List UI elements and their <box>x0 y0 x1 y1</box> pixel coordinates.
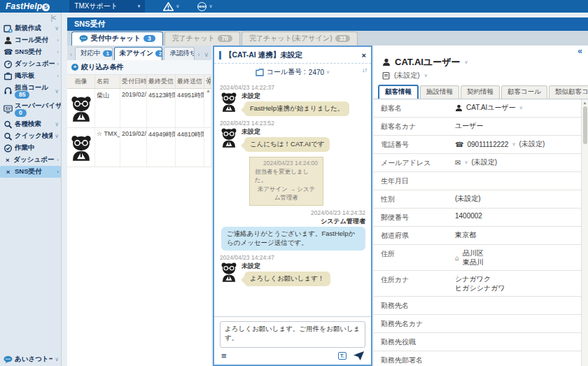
close-icon[interactable]: × <box>4 168 13 176</box>
filter-conditions[interactable]: + 絞り込み条件 <box>67 60 211 75</box>
message-bubble: ご連絡ありがとうございます。FastHelpからのメッセージ送信です。 <box>221 227 365 251</box>
field-row-address-kana[interactable]: 住所カナ シナガワクヒガシシナガワ <box>374 271 581 297</box>
chevron-right-icon: › <box>57 37 59 43</box>
chevron-right-icon: › <box>57 157 59 163</box>
field-row-customer-name[interactable]: 顧客名 CAT.AIユーザー ∨ <box>374 99 581 118</box>
sidebar-item-quick-search[interactable]: クイック検索 ∨ <box>0 130 61 142</box>
field-row-workplace-title[interactable]: 勤務先役職 <box>374 333 581 351</box>
headset-icon <box>4 87 13 95</box>
subtab-unassigned[interactable]: 未アサイン 2 <box>114 47 163 60</box>
chat-list-panel: ‹ 対応中 1 未アサイン 2 承認待ち › ∨ <box>67 45 211 366</box>
column-settings-gear-icon[interactable] <box>204 75 211 88</box>
phone-icon: ☎ <box>4 48 13 56</box>
close-icon[interactable]: × <box>4 156 11 164</box>
arrow-icon: → <box>289 185 295 192</box>
message-composer: よろしくお願いします。ご用件をお願いします。 ≡ T. <box>214 316 371 365</box>
send-icon[interactable] <box>354 351 364 360</box>
sidebar-item-sns-reception[interactable]: ☎ SNS受付 › <box>0 46 61 58</box>
sidebar-item-supervisor[interactable]: スーパーバイザ 0 ∨ <box>0 100 61 118</box>
subtab-scroll-left-icon[interactable]: ‹ <box>69 51 74 60</box>
field-row-workplace-kana[interactable]: 勤務先名カナ <box>374 315 581 333</box>
chevron-down-icon: ∨ <box>55 88 59 94</box>
chevron-down-icon[interactable]: ∨ <box>464 160 468 165</box>
logo-5-badge: 5 <box>42 3 50 11</box>
list-scroll-up-icon[interactable]: ▲ <box>206 88 211 93</box>
chat-message-input[interactable]: よろしくお願いします。ご用件をお願いします。 <box>220 321 365 348</box>
news-menu[interactable]: NEWS ∨ <box>197 2 212 11</box>
field-row-prefecture[interactable]: 都道府県 東京都 <box>374 227 581 245</box>
field-row-email[interactable]: メールアドレス ✉ ∨ (未設定) <box>374 154 581 172</box>
table-row[interactable]: ☆ TMX__T. 2019/02/2 44949時間7 44810時間5 <box>67 128 211 167</box>
subtab-responding[interactable]: 対応中 1 <box>75 47 113 60</box>
warning-icon <box>163 2 174 11</box>
chat-messages[interactable]: 2024/04/23 14:22:37 未設定 FastHelp連携が始まりまし… <box>214 79 371 316</box>
tab-customer-calls[interactable]: 顧客コール <box>501 85 547 99</box>
sidebar-item-assigned-calls[interactable]: 担当コール 85 ∨ <box>0 82 61 100</box>
sidebar-item-dashboard[interactable]: ダッシュボード › <box>0 58 61 70</box>
chevron-right-icon: › <box>57 73 59 79</box>
message-timestamp: 2024/04/23 14:23:52 <box>220 120 365 127</box>
field-row-customer-kana[interactable]: 顧客名カナ ユーザー <box>374 118 581 136</box>
person-icon <box>4 36 13 45</box>
board-icon <box>4 72 13 80</box>
tab-completed-chats[interactable]: 完了チャット 70 <box>164 31 240 45</box>
customer-secondary-select[interactable]: (未設定) ∨ <box>374 69 588 82</box>
tab-completed-unassigned-chats[interactable]: 完了チャット(未アサイン) 33 <box>241 31 358 45</box>
supervisor-count-badge: 0 <box>15 109 27 117</box>
scrollbar-thumb[interactable] <box>583 106 587 144</box>
subtab-awaiting-approval[interactable]: 承認待ち <box>164 47 195 60</box>
sidebar-collapse-icon[interactable]: |< <box>51 14 55 22</box>
chevron-down-icon[interactable]: ∨ <box>519 105 523 111</box>
chevron-down-icon[interactable]: ∨ <box>512 141 515 147</box>
panel-collapse-icon[interactable]: « <box>578 48 582 55</box>
page-title: SNS受付 <box>67 17 588 31</box>
table-row[interactable]: 柴山 2019/02/1 45123時間5 44951時間5 <box>67 89 211 128</box>
tab-count-badge: 70 <box>218 35 232 42</box>
alerts-menu[interactable]: ∨ <box>163 2 179 11</box>
tenant-select[interactable]: TMXサポート ▾ <box>69 0 145 13</box>
main-tabs: 受付中チャット 3 完了チャット 70 完了チャット(未アサイン) 33 <box>67 31 588 45</box>
sidebar-open-item-sns-reception[interactable]: × SNS受付 › <box>0 166 61 178</box>
field-row-workplace-department[interactable]: 勤務先部署名 <box>374 351 581 366</box>
avatar <box>220 92 238 112</box>
sidebar-item-various-search[interactable]: 各種検索 ∨ <box>0 118 61 130</box>
field-row-postal-code[interactable]: 郵便番号 1400002 <box>374 209 581 227</box>
tab-active-chats[interactable]: 受付中チャット 3 <box>71 31 163 45</box>
subtab-scroll-right-icon[interactable]: › <box>196 51 201 60</box>
field-row-gender[interactable]: 性別 (未設定) <box>374 190 581 209</box>
menu-icon[interactable]: ≡ <box>221 353 227 360</box>
tab-facility-info[interactable]: 施設情報 <box>420 85 459 99</box>
chevron-down-icon: ∨ <box>55 356 59 363</box>
chevron-down-icon: ∨ <box>55 133 59 139</box>
subtab-count-badge: 2 <box>155 50 162 57</box>
sidebar-item-bulletin-board[interactable]: 掲示板 › <box>0 70 61 82</box>
sidebar-open-item-dashboard[interactable]: × ダッシュボード › <box>0 154 61 166</box>
chevron-down-icon[interactable]: ∨ <box>465 59 468 65</box>
template-button[interactable]: T. <box>338 352 346 360</box>
top-bar: FastHelp5 TMXサポート ▾ ∨ NEWS ∨ <box>0 0 588 13</box>
tab-customer-info[interactable]: 顧客情報 <box>378 85 419 99</box>
sidebar-item-greeting-talk[interactable]: あいさつトーク ∨ <box>0 353 61 366</box>
customer-name: CAT.AIユーザー <box>395 56 461 69</box>
close-icon[interactable]: × <box>362 51 366 59</box>
tab-similar-customer-calls[interactable]: 類似顧客コール <box>549 85 588 99</box>
call-number-select[interactable]: 2470 ∨ <box>309 69 330 76</box>
message-sender: 未設定 <box>241 92 260 101</box>
phone-icon: ☎ <box>455 141 463 148</box>
tab-contract-info[interactable]: 契約情報 <box>461 85 500 99</box>
sort-icon[interactable]: ↓↑ <box>362 66 367 73</box>
sidebar-item-in-progress[interactable]: 作業中 <box>0 142 61 154</box>
fields-scrollbar[interactable]: ▲ <box>581 99 588 366</box>
field-row-workplace-name[interactable]: 勤務先名 <box>374 297 581 315</box>
field-row-birthdate[interactable]: 生年月日 <box>374 172 581 190</box>
chat-panel: 【CAT-AI 連携】未設定 × コール番号 : 2470 ∨ ↓↑ 2024/ <box>213 45 372 366</box>
chevron-down-icon: ∨ <box>176 3 179 9</box>
system-event-text: 担当者を変更しました。 <box>255 168 318 185</box>
clock-check-icon <box>4 144 13 153</box>
sidebar-item-new-create[interactable]: 新規作成 ∨ <box>0 22 61 34</box>
field-row-phone[interactable]: 電話番号 ☎ 09011112222 ∨ (未設定) <box>374 136 581 154</box>
field-row-address[interactable]: 住所 ⌂ 品川区東品川 <box>374 245 581 271</box>
scroll-up-icon[interactable]: ▲ <box>583 99 587 106</box>
sidebar-item-call-reception[interactable]: コール受付 › <box>0 34 61 46</box>
subtab-overflow-icon[interactable]: ∨ <box>202 51 210 60</box>
